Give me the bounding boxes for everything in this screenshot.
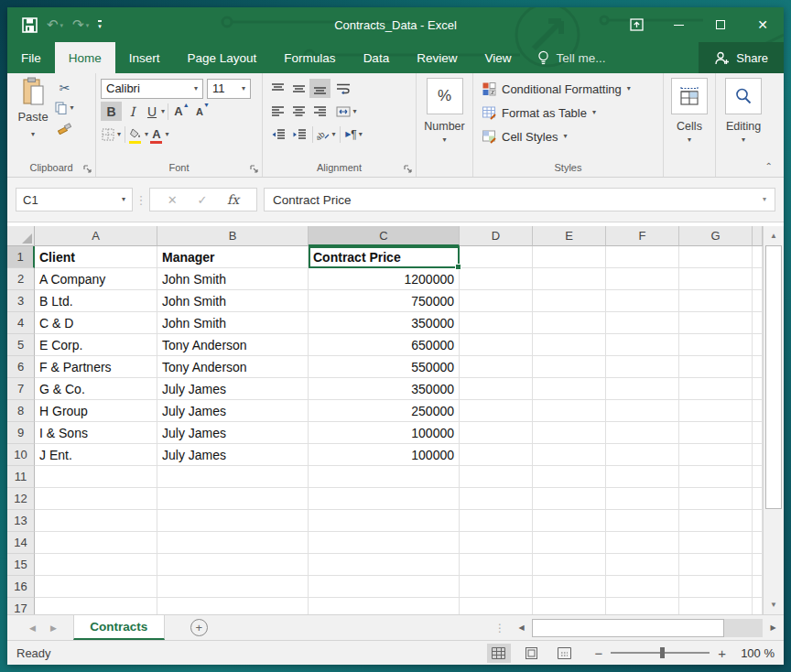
cell-C14[interactable] xyxy=(309,532,460,554)
cell-B15[interactable] xyxy=(157,554,309,576)
cell-E6[interactable] xyxy=(533,356,606,378)
fill-handle[interactable] xyxy=(455,264,461,270)
wrap-text-button[interactable]: ▾ xyxy=(336,79,357,98)
cell-stub-9[interactable] xyxy=(753,422,763,444)
font-size-dropdown-icon[interactable]: ▾ xyxy=(242,85,245,92)
cell-C9[interactable]: 100000 xyxy=(309,422,460,444)
cell-stub-2[interactable] xyxy=(753,268,763,290)
row-header-10[interactable]: 10 xyxy=(7,444,35,466)
cell-D7[interactable] xyxy=(460,378,533,400)
cell-F15[interactable] xyxy=(606,554,679,576)
cell-G10[interactable] xyxy=(679,444,753,466)
text-direction-button[interactable]: ▶ ¶ ▾ xyxy=(343,125,364,144)
cell-E2[interactable] xyxy=(533,268,606,290)
cell-C5[interactable]: 650000 xyxy=(309,334,460,356)
cell-E16[interactable] xyxy=(533,576,606,598)
fill-color-button[interactable]: ▾ xyxy=(128,125,149,144)
cell-F11[interactable] xyxy=(606,466,679,488)
zoom-out-icon[interactable]: − xyxy=(595,645,603,661)
cell-C15[interactable] xyxy=(309,554,460,576)
row-header-11[interactable]: 11 xyxy=(7,466,35,488)
cell-A15[interactable] xyxy=(35,554,157,576)
normal-view-button[interactable] xyxy=(487,644,511,663)
cell-stub-4[interactable] xyxy=(753,312,763,334)
share-button[interactable]: Share xyxy=(699,42,784,73)
tab-formulas[interactable]: Formulas xyxy=(270,42,349,73)
cell-E8[interactable] xyxy=(533,400,606,422)
cell-C11[interactable] xyxy=(309,466,460,488)
cell-B16[interactable] xyxy=(157,576,309,598)
cell-A6[interactable]: F & Partners xyxy=(35,356,157,378)
cell-A12[interactable] xyxy=(35,488,157,510)
cell-stub-11[interactable] xyxy=(753,466,763,488)
row-header-13[interactable]: 13 xyxy=(7,510,35,532)
number-group[interactable]: % Number ▾ xyxy=(417,73,473,177)
cell-A16[interactable] xyxy=(35,576,157,598)
clipboard-dialog-launcher[interactable] xyxy=(83,165,92,174)
cell-F3[interactable] xyxy=(606,290,679,312)
cell-A4[interactable]: C & D xyxy=(35,312,157,334)
cell-E17[interactable] xyxy=(533,598,606,614)
cell-D13[interactable] xyxy=(460,510,533,532)
cell-G8[interactable] xyxy=(679,400,753,422)
prev-sheet-icon[interactable]: ◀ xyxy=(29,623,36,633)
font-dialog-launcher[interactable] xyxy=(250,165,259,174)
cell-D4[interactable] xyxy=(460,312,533,334)
cell-B9[interactable]: July James xyxy=(157,422,309,444)
cell-B11[interactable] xyxy=(157,466,309,488)
row-header-15[interactable]: 15 xyxy=(7,554,35,576)
column-header-A[interactable]: A xyxy=(35,226,157,246)
cell-D16[interactable] xyxy=(460,576,533,598)
next-sheet-icon[interactable]: ▶ xyxy=(50,623,57,633)
merge-center-button[interactable]: ▾ xyxy=(336,102,357,121)
cell-G5[interactable] xyxy=(679,334,753,356)
page-break-preview-button[interactable] xyxy=(553,644,577,663)
column-header-C[interactable]: C xyxy=(309,226,460,246)
bottom-align-button[interactable] xyxy=(309,79,330,98)
insert-function-icon[interactable]: fx xyxy=(227,192,239,207)
cell-A11[interactable] xyxy=(35,466,157,488)
font-color-dropdown-icon[interactable]: ▾ xyxy=(165,131,168,138)
cell-D2[interactable] xyxy=(460,268,533,290)
cell-B17[interactable] xyxy=(157,598,309,614)
middle-align-button[interactable] xyxy=(288,79,309,98)
cell-G11[interactable] xyxy=(679,466,753,488)
font-size-combo[interactable]: 11 ▾ xyxy=(207,79,251,99)
cell-D3[interactable] xyxy=(460,290,533,312)
cell-G17[interactable] xyxy=(679,598,753,614)
tabbar-resize-dots[interactable]: ⋮ xyxy=(489,622,511,634)
enter-icon[interactable]: ✓ xyxy=(197,193,207,207)
formula-bar[interactable]: Contract Price ▾ xyxy=(264,188,775,211)
cell-G2[interactable] xyxy=(679,268,753,290)
copy-dropdown-icon[interactable]: ▾ xyxy=(70,104,73,112)
row-header-14[interactable]: 14 xyxy=(7,532,35,554)
tab-data[interactable]: Data xyxy=(350,42,404,73)
editing-dropdown-icon[interactable]: ▾ xyxy=(742,136,745,144)
cell-stub-10[interactable] xyxy=(753,444,763,466)
cell-E7[interactable] xyxy=(533,378,606,400)
cell-F16[interactable] xyxy=(606,576,679,598)
cell-C17[interactable] xyxy=(309,598,460,614)
tab-file[interactable]: File xyxy=(7,42,55,73)
cell-stub-5[interactable] xyxy=(753,334,763,356)
close-button[interactable]: ✕ xyxy=(742,7,784,42)
cell-F4[interactable] xyxy=(606,312,679,334)
cell-E12[interactable] xyxy=(533,488,606,510)
cell-stub-3[interactable] xyxy=(753,290,763,312)
number-dropdown-icon[interactable]: ▾ xyxy=(442,136,446,144)
fill-color-dropdown-icon[interactable]: ▾ xyxy=(145,131,148,138)
formula-bar-separator-dots[interactable]: ⋮ xyxy=(133,193,149,207)
cell-C10[interactable]: 100000 xyxy=(309,444,460,466)
cell-B4[interactable]: John Smith xyxy=(157,312,309,334)
cell-stub-17[interactable] xyxy=(753,598,763,614)
cell-E15[interactable] xyxy=(533,554,606,576)
name-box-dropdown-icon[interactable]: ▾ xyxy=(122,196,125,203)
text-direction-dropdown-icon[interactable]: ▾ xyxy=(359,131,363,138)
format-painter-button[interactable] xyxy=(54,119,75,137)
cell-C2[interactable]: 1200000 xyxy=(309,268,460,290)
zoom-slider-thumb[interactable] xyxy=(660,647,665,658)
ribbon-display-options-button[interactable] xyxy=(615,7,657,42)
cell-F5[interactable] xyxy=(606,334,679,356)
cut-button[interactable]: ✂ xyxy=(54,79,75,97)
row-header-17[interactable]: 17 xyxy=(7,598,35,614)
